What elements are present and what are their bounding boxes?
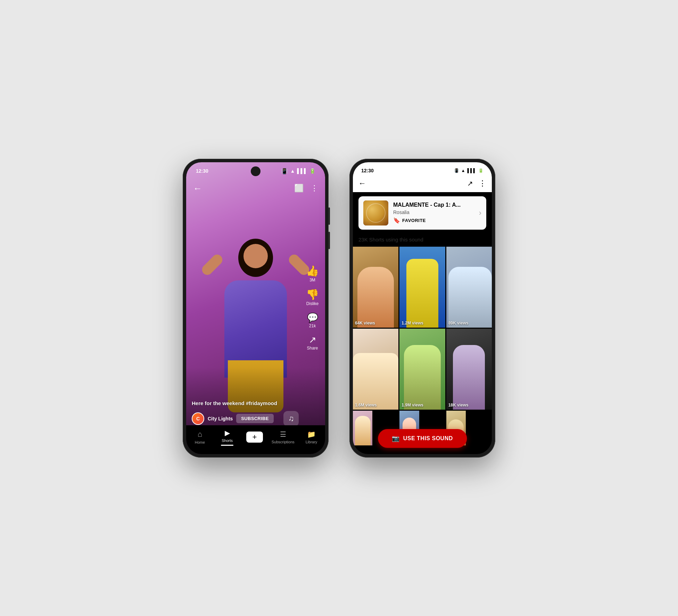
nav-library[interactable]: 📁 Library: [301, 430, 322, 444]
phone-1-screen: 12:30 📳 ▲ ▌▌▌ 🔋 ← ⬜ ⋮ 👍: [186, 162, 325, 454]
music-button[interactable]: ♫: [283, 411, 299, 426]
status-time-2: 12:30: [361, 168, 374, 173]
back-button[interactable]: ←: [193, 183, 202, 194]
right-actions: 👍 3M 👎 Dislike 💬 21k ↗ Share: [306, 266, 319, 351]
dislike-label: Dislike: [306, 301, 319, 306]
channel-avatar[interactable]: C: [192, 412, 204, 425]
nav-library-label: Library: [306, 440, 317, 444]
channel-name: City Lights: [208, 416, 233, 421]
grid-item-2[interactable]: 1.2M views: [399, 247, 445, 328]
grid-item-7[interactable]: [353, 411, 372, 445]
battery-icon: 🔋: [309, 168, 315, 174]
nav-shorts-label: Shorts: [222, 438, 233, 443]
phone-2: 12:30 📳 ▲ ▌▌▌ 🔋 ← ↗ ⋮: [349, 159, 495, 458]
subscribe-button[interactable]: SUBSCRIBE: [236, 414, 273, 423]
status-icons-2: 📳 ▲ ▌▌▌ 🔋: [454, 168, 483, 173]
volume-up-button[interactable]: [328, 207, 330, 225]
share-button[interactable]: ↗ Share: [307, 335, 318, 351]
phone1-topbar: ← ⬜ ⋮: [186, 180, 325, 197]
comments-button[interactable]: 💬 21k: [307, 313, 318, 328]
sound-info: MALAMENTE - Cap 1: A... Rosalia 🔖 FAVORI…: [393, 202, 474, 224]
bottom-nav: ⌂ Home ▶ Shorts + ☰ Subscriptions 📁: [186, 425, 325, 454]
grid-item-3[interactable]: 89K views: [446, 247, 492, 328]
status-time: 12:30: [196, 168, 208, 174]
vibrate-icon: 📳: [281, 168, 288, 174]
wifi-icon-2: ▲: [461, 168, 465, 173]
grid-item-5[interactable]: 1.9M views: [399, 329, 445, 410]
nav-home-label: Home: [195, 440, 205, 444]
video-caption: Here for the weekend #fridaymood: [192, 400, 299, 406]
camera-icon: 📷: [392, 435, 400, 442]
use-sound-label: USE THIS SOUND: [403, 435, 453, 442]
video-bottom: Here for the weekend #fridaymood C City …: [186, 400, 304, 426]
nav-shorts[interactable]: ▶ Shorts: [217, 429, 238, 446]
sound-title: MALAMENTE - Cap 1: A...: [393, 202, 474, 208]
active-indicator: [221, 445, 233, 446]
favorite-row[interactable]: 🔖 FAVORITE: [393, 217, 474, 224]
sound-card[interactable]: MALAMENTE - Cap 1: A... Rosalia 🔖 FAVORI…: [358, 196, 486, 230]
grid-item-1[interactable]: 64K views: [353, 247, 398, 328]
sound-artist: Rosalia: [393, 210, 474, 215]
like-count: 3M: [309, 278, 315, 282]
shorts-count: 23K Shorts using this sound: [353, 234, 492, 247]
views-label-1: 64K views: [355, 321, 375, 326]
signal-icon-2: ▌▌▌: [467, 168, 476, 173]
like-button[interactable]: 👍 3M: [306, 266, 319, 282]
grid-item-6[interactable]: 18K views: [446, 329, 492, 410]
volume-down-button[interactable]: [328, 232, 330, 249]
more-options-button-2[interactable]: ⋮: [479, 179, 486, 188]
phone-1: 12:30 📳 ▲ ▌▌▌ 🔋 ← ⬜ ⋮ 👍: [183, 159, 329, 458]
views-label-5: 1.9M views: [402, 403, 423, 408]
signal-icon: ▌▌▌: [297, 168, 307, 174]
share-button-2[interactable]: ↗: [467, 179, 473, 188]
chevron-right-icon[interactable]: ›: [479, 208, 481, 217]
nav-home[interactable]: ⌂ Home: [189, 430, 210, 444]
p2-right-icons: ↗ ⋮: [467, 179, 486, 188]
library-icon: 📁: [307, 430, 316, 438]
nav-create[interactable]: +: [244, 432, 265, 443]
music-note-icon: ♫: [288, 414, 294, 423]
phone2-topbar: ← ↗ ⋮: [353, 176, 492, 192]
vibrate-icon-2: 📳: [454, 168, 459, 173]
subscriptions-icon: ☰: [280, 430, 286, 438]
status-icons: 📳 ▲ ▌▌▌ 🔋: [281, 168, 315, 174]
shorts-icon: ▶: [225, 429, 230, 437]
sound-thumbnail: [363, 200, 388, 225]
dislike-button[interactable]: 👎 Dislike: [306, 289, 319, 306]
dislike-icon: 👎: [306, 289, 319, 300]
back-button-2[interactable]: ←: [358, 179, 366, 188]
views-label-3: 89K views: [448, 321, 469, 326]
like-icon: 👍: [306, 266, 319, 276]
grid-item-4[interactable]: 1.6M views: [353, 329, 398, 410]
views-label-6: 18K views: [448, 403, 469, 408]
front-camera-2: [417, 166, 427, 176]
share-label: Share: [307, 346, 318, 351]
bookmark-icon: 🔖: [393, 217, 400, 224]
use-this-sound-button[interactable]: 📷 USE THIS SOUND: [378, 429, 467, 448]
front-camera: [251, 166, 261, 176]
create-icon: +: [246, 432, 263, 443]
share-icon: ↗: [309, 335, 316, 344]
channel-row: C City Lights SUBSCRIBE ♫: [192, 411, 299, 426]
comments-count: 21k: [309, 323, 316, 328]
favorite-label: FAVORITE: [402, 218, 426, 223]
views-label-2: 1.2M views: [402, 321, 423, 326]
nav-subscriptions[interactable]: ☰ Subscriptions: [272, 430, 295, 444]
more-options-button[interactable]: ⋮: [311, 184, 318, 193]
wifi-icon: ▲: [290, 168, 295, 174]
comments-icon: 💬: [307, 313, 318, 322]
nav-subscriptions-label: Subscriptions: [272, 440, 295, 444]
phones-container: 12:30 📳 ▲ ▌▌▌ 🔋 ← ⬜ ⋮ 👍: [183, 159, 495, 458]
home-icon: ⌂: [198, 430, 202, 439]
camera-button[interactable]: ⬜: [294, 184, 304, 193]
battery-icon-2: 🔋: [478, 168, 483, 173]
phone-2-screen: 12:30 📳 ▲ ▌▌▌ 🔋 ← ↗ ⋮: [353, 162, 492, 454]
shorts-grid: 64K views 1.2M views 89K views: [353, 247, 492, 446]
views-label-4: 1.6M views: [355, 403, 377, 408]
